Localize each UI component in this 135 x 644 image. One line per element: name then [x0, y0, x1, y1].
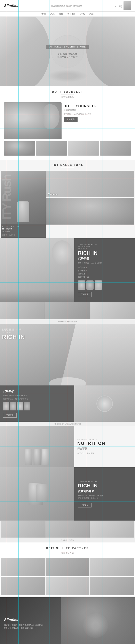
- header-price: ¥119起: [115, 3, 122, 8]
- ity-rush-label: VITALITY RUSH: [2, 226, 44, 228]
- rich-in-gradient: [0, 290, 74, 302]
- rich-in-desc: 代餐营养丰富，满足每日所需: [78, 262, 131, 264]
- rich-in-2-title: RICH IN: [2, 334, 25, 340]
- sub-images-caption: 营养成分表 · 使用方法说明: [0, 319, 135, 324]
- rich-in-2-subtitle-cn: 代餐奶昔: [3, 390, 71, 393]
- bowl-visual: [96, 396, 113, 412]
- rich-in-btn[interactable]: 了解更多: [78, 292, 91, 297]
- life-partner-img-4: [1, 577, 45, 595]
- product-thumb-2d: [24, 402, 30, 410]
- sub-img-2b: [45, 521, 90, 538]
- rich-in-3-can-2: [36, 484, 48, 502]
- rich-in-3-img: [0, 467, 74, 520]
- product-can-image: [123, 1, 131, 10]
- nutrition-products-img: [0, 426, 74, 467]
- sub-image-1a: [0, 302, 45, 319]
- rich-in-circle-img: [52, 240, 72, 265]
- diy-image-grid: [4, 141, 131, 156]
- nutrition-title: NUTRITION: [77, 441, 132, 446]
- hero-section: OFFICIAL FLAGSHIP STORE 英国原装代餐品牌 轻松享瘦，科学…: [0, 16, 135, 86]
- bottle-3: [42, 449, 49, 465]
- rich-in-2-btn[interactable]: 了解更多: [3, 413, 17, 418]
- diy-main-image: [4, 102, 62, 139]
- product-thumb-3: [95, 280, 102, 290]
- nav-bar: 首页 产品 购物 关于我们 联系 活动: [0, 12, 135, 16]
- hot-sales-title: HOT SALES ZONE: [0, 160, 135, 170]
- diy-section-title: DO IT YOURSELF 自制健康饮品: [0, 86, 135, 100]
- life-partner-underline: [61, 551, 74, 551]
- nutrition-section: COMPREHENSIVE NUTRITION 综合营养 科学配比，全面营养: [0, 426, 135, 467]
- product-thumb-1: [78, 280, 85, 290]
- rich-in-2-desc: 高蛋白 · 低卡路里 · 维生素矿物质: [3, 394, 71, 397]
- nutrition-subtitle: 综合营养: [77, 447, 132, 450]
- nav-item-contact[interactable]: 联系: [80, 12, 85, 16]
- nutrition-bottles: [25, 449, 49, 465]
- sub-img-2c: [90, 521, 134, 538]
- hot-sales-title-en: HOT SALES ZONE: [0, 163, 135, 166]
- rich-in-list-item-3: 低卡路里: [78, 272, 131, 275]
- rich-in-section-2: COMPREHENSIVE SAVE BUDGET 3-6 HOURS RICH…: [0, 324, 135, 422]
- nav-item-about[interactable]: 关于我们: [67, 12, 76, 16]
- bottle-2: [34, 449, 41, 465]
- nav-item-events[interactable]: 活动: [89, 12, 94, 16]
- ity-rush-bg-text: ITY Rush: [1, 175, 13, 220]
- rich-in-title: RICH IN: [78, 250, 131, 256]
- hero-tagline: 轻松享瘦，科学配方: [46, 56, 89, 58]
- rich-in-section-1: COMPREHENSIVE SAVE BUDGET 3-6 HOURS RICH…: [0, 238, 135, 302]
- diy-more-button[interactable]: 了解更多: [64, 117, 78, 122]
- rich-in-list-item-1: 高蛋白配方: [78, 266, 131, 269]
- rich-in-3-title: RICH IN: [78, 483, 131, 488]
- bottom-caption-row: *图片仅供参考，实物以实际商品为准: [0, 422, 135, 426]
- rich-in-list-item-2: 多种维生素: [78, 269, 131, 272]
- ity-rush-small-text: 代餐粉 1个月用量: [2, 234, 44, 236]
- hot-sales-img-2-bg: [46, 198, 134, 224]
- life-partner-img-5: [46, 577, 89, 595]
- feature-block-content: Slimfast 官方海外旗舰店，英国原装代餐品牌。科学配方，助您轻松管理体重，…: [4, 618, 45, 630]
- life-partner-cn: 英国生活伴侣: [0, 552, 135, 554]
- rich-in-list-item-4: 膳食纤维丰富: [78, 275, 131, 278]
- rich-in-2-en-label: COMPREHENSIVE: [2, 328, 25, 330]
- diy-side-text: DO IT YOURSELF 自制健康饮品 多种搭配方式，满足您的口味需求 了解…: [64, 102, 131, 139]
- diy-grid-item-4: [100, 141, 131, 156]
- sub-img-2a: [1, 521, 45, 538]
- rich-in-3-btn[interactable]: 了解更多: [78, 503, 91, 508]
- ity-rush-can: [17, 202, 29, 222]
- product-thumb-2: [86, 280, 94, 290]
- ity-rush-info: VITALITY RUSH ITY Rush 活力冲刺 代餐粉 1个月用量: [1, 224, 46, 238]
- hero-subtitle-cn: 英国原装代餐品牌: [46, 52, 89, 56]
- diy-cn-title: 自制健康饮品: [64, 108, 131, 111]
- hot-sales-img-1: Slimfast: [46, 171, 134, 197]
- diy-underline: [61, 94, 74, 95]
- diy-en-title: DO IT YOURSELF: [64, 104, 131, 108]
- product-thumb-2b: [10, 402, 16, 410]
- nutrition-row: COMPREHENSIVE NUTRITION 综合营养 科学配比，全面营养: [0, 426, 135, 467]
- ity-rush-block: ITY Rush VITALITY RUSH ITY Rush 活力冲刺 代餐粉…: [1, 171, 46, 238]
- life-partner-img-2: [46, 558, 89, 576]
- hero-powder-splash: [47, 70, 88, 82]
- diy-grid-item-2: [36, 141, 67, 156]
- rich-in-2-pour-img: [61, 324, 135, 386]
- life-partner-grid: [0, 556, 135, 596]
- diy-section: DO IT YOURSELF 自制健康饮品 多种搭配方式，满足您的口味需求 了解…: [0, 100, 135, 160]
- rich-in-product-thumbs: [78, 280, 131, 290]
- nav-item-products[interactable]: 产品: [50, 12, 55, 16]
- rich-in-list: 高蛋白配方 多种维生素 低卡路里 膳食纤维丰富: [78, 266, 131, 278]
- hot-sales-img-2: [46, 198, 134, 224]
- logo: Slimfast: [4, 4, 19, 8]
- nav-item-shop[interactable]: 购物: [59, 12, 63, 16]
- rich-in-subtitle: 代餐奶昔: [78, 257, 131, 260]
- nutrition-desc: 科学配比，全面营养: [77, 452, 132, 455]
- diy-title-cn: 自制健康饮品: [0, 96, 135, 98]
- sub-image-1b: [45, 302, 90, 319]
- rich-in-hours: 3-6 HOURS: [78, 248, 131, 249]
- hot-sales-right-col: Slimfast: [46, 171, 134, 238]
- sub-images-row-1: [0, 302, 135, 319]
- rich-in-2-budget: SAVE BUDGET: [2, 330, 25, 332]
- feature-logo: Slimfast: [4, 618, 45, 622]
- bottom-caption-text: *图片仅供参考，实物以实际商品为准: [54, 423, 81, 425]
- rich-in-2-top-img: COMPREHENSIVE SAVE BUDGET 3-6 HOURS RICH…: [0, 324, 135, 386]
- hero-badge: OFFICIAL FLAGSHIP STORE: [46, 45, 89, 49]
- life-partner-img-6: [90, 577, 134, 595]
- rich-in-3-subtitle: 代餐营养养成: [78, 490, 131, 493]
- nav-item-home[interactable]: 首页: [41, 12, 46, 16]
